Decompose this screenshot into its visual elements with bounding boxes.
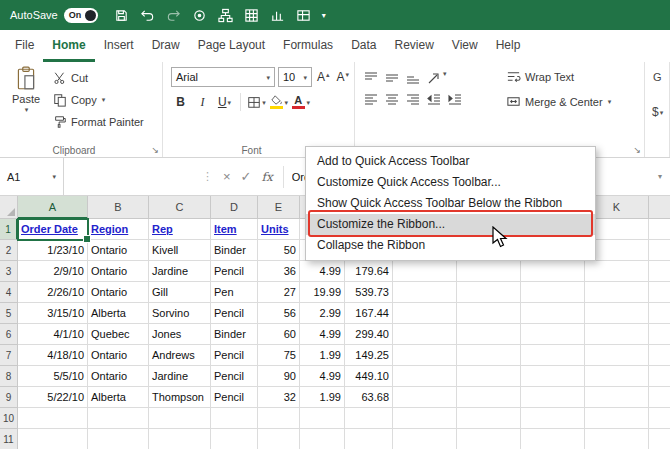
column-header-A[interactable]: A [18,196,88,219]
cell-I3[interactable] [457,261,521,282]
cell-E2[interactable]: 50 [258,240,300,261]
cell-K8[interactable] [585,366,649,387]
cell-D6[interactable]: Binder [211,324,258,345]
align-center-button[interactable] [384,92,400,108]
cell-B8[interactable]: Ontario [88,366,149,387]
cell-C11[interactable] [149,429,211,449]
orientation-button[interactable]: ▾ [426,70,447,86]
cell-H6[interactable] [393,324,457,345]
cell-K6[interactable] [585,324,649,345]
cell-E1[interactable]: Units [258,219,300,240]
tab-help[interactable]: Help [487,30,530,62]
cell-H4[interactable] [393,282,457,303]
cell-C7[interactable]: Andrews [149,345,211,366]
cell-C5[interactable]: Sorvino [149,303,211,324]
paste-dropdown-icon[interactable]: ▾ [25,106,29,113]
cell-I9[interactable] [457,387,521,408]
redo-icon[interactable] [166,7,182,23]
cell-C1[interactable]: Rep [149,219,211,240]
menu-item-show-quick-access-toolbar-below-the-ribbon[interactable]: Show Quick Access Toolbar Below the Ribb… [306,193,595,214]
cell-col1211[interactable] [649,429,670,449]
cell-F11[interactable] [300,429,345,449]
cell-E10[interactable] [258,408,300,429]
cell-B6[interactable]: Quebec [88,324,149,345]
row-header-11[interactable]: 11 [0,429,18,449]
cell-E3[interactable]: 36 [258,261,300,282]
increase-font-button[interactable]: A▴ [315,70,332,84]
cell-K10[interactable] [585,408,649,429]
align-top-button[interactable] [363,70,379,86]
name-box[interactable]: A1 ▾ [0,158,64,195]
cell-H8[interactable] [393,366,457,387]
cell-A7[interactable]: 4/18/10 [18,345,88,366]
cell-col124[interactable] [649,282,670,303]
enter-icon[interactable]: ✓ [241,169,252,184]
copy-button[interactable]: Copy ▾ [50,90,147,109]
cell-J7[interactable] [521,345,585,366]
cell-A8[interactable]: 5/5/10 [18,366,88,387]
cell-K7[interactable] [585,345,649,366]
cell-B1[interactable]: Region [88,219,149,240]
cell-B10[interactable] [88,408,149,429]
accounting-format-button[interactable]: $ ▾ [652,105,663,119]
cell-G9[interactable]: 63.68 [345,387,393,408]
tab-draw[interactable]: Draw [143,30,189,62]
save-icon[interactable] [114,7,130,23]
cell-I6[interactable] [457,324,521,345]
menu-item-collapse-the-ribbon[interactable]: Collapse the Ribbon [306,235,595,256]
copy-dropdown-icon[interactable]: ▾ [102,96,106,103]
tab-home[interactable]: Home [43,30,94,62]
column-header-col12[interactable] [649,196,670,219]
align-right-button[interactable] [405,92,421,108]
menu-item-add-to-quick-access-toolbar[interactable]: Add to Quick Access Toolbar [306,151,595,172]
cell-F9[interactable]: 1.99 [300,387,345,408]
cell-col125[interactable] [649,303,670,324]
cell-E4[interactable]: 27 [258,282,300,303]
bar-chart-icon[interactable] [270,7,286,23]
cell-J3[interactable] [521,261,585,282]
customize-qat-chevron-icon[interactable]: ▾ [322,11,326,20]
align-bottom-button[interactable] [405,70,421,86]
row-header-5[interactable]: 5 [0,303,18,324]
cell-D11[interactable] [211,429,258,449]
cell-F5[interactable]: 2.99 [300,303,345,324]
menu-item-customize-the-ribbon[interactable]: Customize the Ribbon... [306,214,595,235]
cell-A6[interactable]: 4/1/10 [18,324,88,345]
cell-F10[interactable] [300,408,345,429]
cell-A5[interactable]: 3/15/10 [18,303,88,324]
borders-button[interactable]: ▾ [247,92,266,112]
alignment-dialog-launcher-icon[interactable]: ↘ [633,146,641,155]
row-header-2[interactable]: 2 [0,240,18,261]
cell-J4[interactable] [521,282,585,303]
formula-bar-expand-icon[interactable]: ▾ [658,172,662,181]
cell-G8[interactable]: 449.10 [345,366,393,387]
cell-B4[interactable]: Ontario [88,282,149,303]
table-icon[interactable] [296,7,312,23]
cell-C3[interactable]: Jardine [149,261,211,282]
cell-A11[interactable] [18,429,88,449]
cell-C10[interactable] [149,408,211,429]
cell-F6[interactable]: 4.99 [300,324,345,345]
column-header-C[interactable]: C [149,196,211,219]
tab-data[interactable]: Data [342,30,385,62]
name-box-dropdown-icon[interactable]: ▾ [52,173,56,180]
insert-table-icon[interactable] [244,7,260,23]
cancel-icon[interactable]: × [223,169,231,184]
cell-H9[interactable] [393,387,457,408]
cell-G6[interactable]: 299.40 [345,324,393,345]
cell-B2[interactable]: Ontario [88,240,149,261]
row-header-7[interactable]: 7 [0,345,18,366]
cell-G5[interactable]: 167.44 [345,303,393,324]
cell-H3[interactable] [393,261,457,282]
cell-I4[interactable] [457,282,521,303]
cell-K9[interactable] [585,387,649,408]
cell-G11[interactable] [345,429,393,449]
cell-B7[interactable]: Ontario [88,345,149,366]
cell-E6[interactable]: 60 [258,324,300,345]
cell-A9[interactable]: 5/22/10 [18,387,88,408]
cell-H11[interactable] [393,429,457,449]
cell-E5[interactable]: 56 [258,303,300,324]
cell-B9[interactable]: Alberta [88,387,149,408]
wrap-text-button[interactable]: Wrap Text [503,67,614,86]
cell-I7[interactable] [457,345,521,366]
